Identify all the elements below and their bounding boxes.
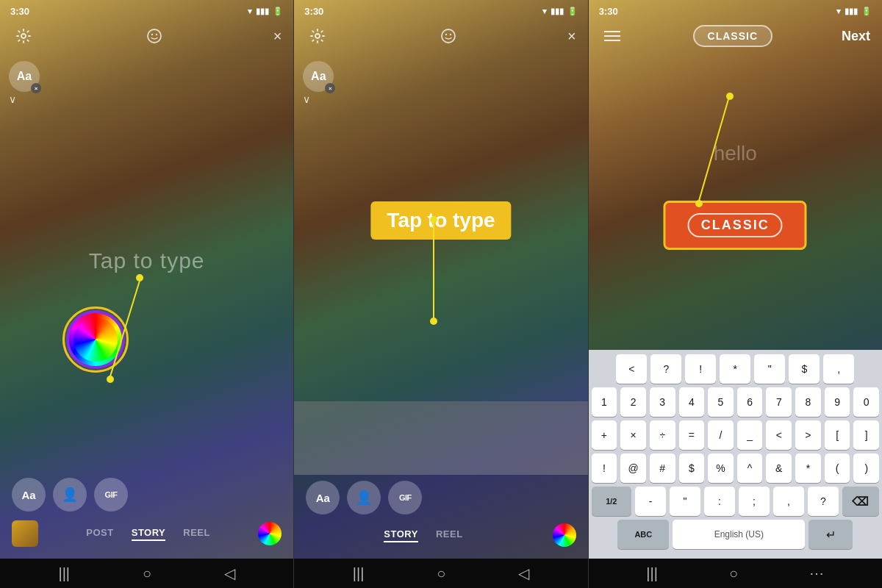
close-dot-2[interactable]: × bbox=[325, 83, 335, 93]
key-asterisk[interactable]: * bbox=[795, 453, 821, 483]
key-exclaim2[interactable]: ! bbox=[592, 453, 617, 483]
classic-box-3[interactable]: CLASSIC bbox=[664, 201, 807, 250]
key-9[interactable]: 9 bbox=[825, 387, 850, 417]
key-times[interactable]: × bbox=[620, 420, 646, 450]
gif-option-1[interactable]: GIF bbox=[94, 478, 128, 512]
font-aa-btn-2[interactable]: Aa × bbox=[303, 61, 334, 92]
close-button-2[interactable]: × bbox=[567, 28, 576, 45]
next-button-3[interactable]: Next bbox=[842, 29, 870, 44]
settings-icon-2[interactable] bbox=[306, 24, 329, 48]
font-aa-option-2[interactable]: Aa bbox=[306, 481, 340, 514]
wifi-icon-2: ▾ bbox=[542, 7, 547, 16]
tab-story-1[interactable]: STORY bbox=[132, 527, 166, 541]
key-6[interactable]: 6 bbox=[737, 387, 763, 417]
key-plus[interactable]: + bbox=[592, 420, 617, 450]
key-3[interactable]: 3 bbox=[650, 387, 675, 417]
key-7[interactable]: 7 bbox=[766, 387, 792, 417]
key-5[interactable]: 5 bbox=[708, 387, 734, 417]
tap-to-type-1[interactable]: Tap to type bbox=[89, 248, 205, 273]
key-quote[interactable]: " bbox=[754, 354, 785, 384]
recent-nav-3[interactable]: ⋯ bbox=[809, 564, 824, 582]
key-dollar[interactable]: $ bbox=[679, 453, 705, 483]
key-question[interactable]: ? bbox=[650, 354, 681, 384]
key-abc[interactable]: ABC bbox=[617, 520, 669, 549]
recent-nav-1[interactable]: ◁ bbox=[224, 564, 235, 582]
svg-point-6 bbox=[107, 376, 114, 383]
key-comma[interactable]: , bbox=[773, 487, 804, 516]
key-lparen[interactable]: ( bbox=[825, 453, 850, 483]
color-ring-1[interactable] bbox=[66, 310, 125, 369]
key-slash[interactable]: / bbox=[708, 420, 734, 450]
key-rbracket[interactable]: ] bbox=[853, 420, 879, 450]
key-comma-top[interactable]: , bbox=[823, 354, 854, 384]
classic-pill-top[interactable]: CLASSIC bbox=[693, 25, 772, 47]
key-amp[interactable]: & bbox=[766, 453, 792, 483]
key-lbracket[interactable]: [ bbox=[825, 420, 850, 450]
key-gt[interactable]: > bbox=[795, 420, 821, 450]
color-ball-2[interactable] bbox=[553, 523, 576, 547]
thumbnail-1[interactable] bbox=[12, 520, 38, 547]
settings-icon-1[interactable] bbox=[12, 24, 35, 48]
key-hash[interactable]: # bbox=[650, 453, 675, 483]
close-button-1[interactable]: × bbox=[273, 28, 282, 45]
sticker-option-1[interactable]: 👤 bbox=[53, 478, 87, 512]
key-onehalf[interactable]: 1/2 bbox=[592, 487, 631, 516]
tab-story-2[interactable]: STORY bbox=[384, 528, 418, 542]
key-dquote[interactable]: " bbox=[670, 487, 700, 516]
home-bar-2: ||| ○ ◁ bbox=[294, 559, 587, 588]
face-icon-1[interactable] bbox=[143, 24, 166, 48]
key-return[interactable]: ↵ bbox=[808, 520, 853, 549]
gif-option-2[interactable]: GIF bbox=[388, 481, 422, 514]
color-picker-1[interactable] bbox=[66, 310, 125, 369]
key-divide[interactable]: ÷ bbox=[650, 420, 675, 450]
chevron-down-1[interactable]: ∨ bbox=[9, 93, 40, 105]
key-equals[interactable]: = bbox=[679, 420, 705, 450]
key-colon[interactable]: : bbox=[704, 487, 735, 516]
tab-reel-2[interactable]: REEL bbox=[436, 528, 463, 542]
key-dollar-top[interactable]: $ bbox=[789, 354, 820, 384]
key-backspace[interactable]: ⌫ bbox=[842, 487, 879, 516]
key-underscore[interactable]: _ bbox=[737, 420, 763, 450]
font-aa-option-1[interactable]: Aa bbox=[12, 478, 46, 512]
back-nav-2[interactable]: ||| bbox=[353, 565, 365, 582]
home-bar-3: ||| ○ ⋯ bbox=[589, 559, 882, 588]
key-caret[interactable]: ^ bbox=[737, 453, 763, 483]
key-question2[interactable]: ? bbox=[808, 487, 839, 516]
chevron-down-2[interactable]: ∨ bbox=[303, 93, 334, 105]
tap-to-type-highlighted-2[interactable]: Tap to type bbox=[370, 201, 511, 240]
key-1[interactable]: 1 bbox=[592, 387, 617, 417]
key-star[interactable]: * bbox=[720, 354, 750, 384]
key-lt[interactable]: < bbox=[616, 354, 647, 384]
home-nav-3[interactable]: ○ bbox=[729, 565, 738, 582]
home-nav-1[interactable]: ○ bbox=[143, 565, 151, 582]
home-bar-1: ||| ○ ◁ bbox=[0, 559, 293, 588]
key-semicolon[interactable]: ; bbox=[739, 487, 770, 516]
key-rparen[interactable]: ) bbox=[853, 453, 879, 483]
top-toolbar-3: CLASSIC Next bbox=[589, 20, 882, 54]
back-nav-1[interactable]: ||| bbox=[58, 565, 70, 582]
status-time-3: 3:30 bbox=[599, 6, 618, 17]
key-lt2[interactable]: < bbox=[766, 420, 792, 450]
key-percent[interactable]: % bbox=[708, 453, 734, 483]
screen-1: 3:30 ▾ ▮▮▮ 🔋 bbox=[0, 0, 293, 559]
key-0[interactable]: 0 bbox=[853, 387, 879, 417]
tab-reel-1[interactable]: REEL bbox=[183, 527, 210, 541]
signal-icon: ▮▮▮ bbox=[256, 7, 269, 16]
home-nav-2[interactable]: ○ bbox=[437, 565, 445, 582]
font-aa-btn-1[interactable]: Aa × bbox=[9, 61, 40, 92]
back-nav-3[interactable]: ||| bbox=[646, 565, 658, 582]
tab-post-1[interactable]: POST bbox=[86, 527, 113, 541]
menu-icon-3[interactable] bbox=[600, 24, 624, 48]
key-4[interactable]: 4 bbox=[679, 387, 705, 417]
face-icon-2[interactable] bbox=[437, 24, 460, 48]
color-ball-1[interactable] bbox=[258, 522, 282, 545]
key-8[interactable]: 8 bbox=[795, 387, 821, 417]
key-dash[interactable]: - bbox=[635, 487, 666, 516]
recent-nav-2[interactable]: ◁ bbox=[518, 564, 529, 582]
close-dot-1[interactable]: × bbox=[31, 83, 41, 93]
key-space[interactable]: English (US) bbox=[673, 520, 805, 549]
key-2[interactable]: 2 bbox=[620, 387, 646, 417]
key-at[interactable]: @ bbox=[620, 453, 646, 483]
sticker-option-2[interactable]: 👤 bbox=[347, 481, 381, 514]
key-exclaim[interactable]: ! bbox=[685, 354, 716, 384]
